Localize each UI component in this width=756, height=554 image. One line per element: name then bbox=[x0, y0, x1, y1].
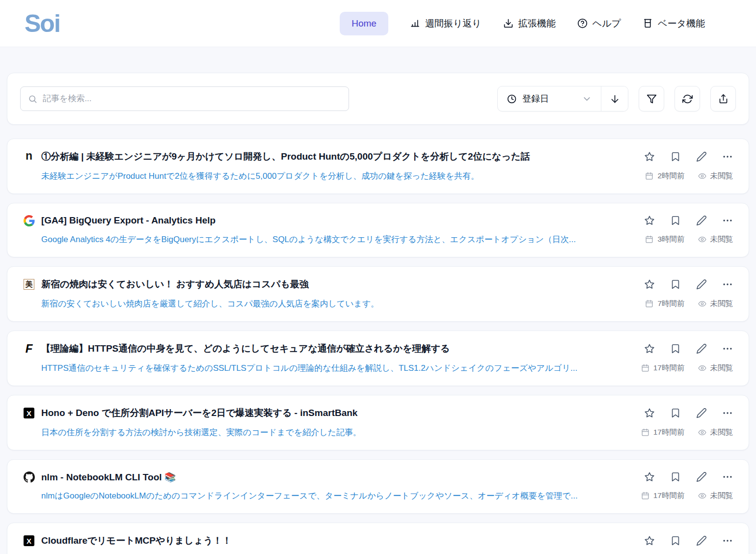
search-input[interactable] bbox=[43, 94, 341, 104]
article-title[interactable]: ①分析編 | 未経験エンジニアが9ヶ月かけてソロ開発し、Product Hunt… bbox=[41, 150, 627, 163]
bookmark-icon bbox=[670, 535, 681, 546]
bar-chart-icon bbox=[410, 18, 420, 28]
read-status-text: 未閲覧 bbox=[710, 299, 733, 309]
article-card: X Hono + Deno で住所分割APIサーバーを2日で爆速実装する - i… bbox=[7, 395, 749, 450]
favorite-button[interactable] bbox=[644, 343, 655, 354]
toolbar-panel: 登録日 bbox=[7, 73, 749, 125]
more-button[interactable] bbox=[722, 215, 733, 226]
edit-button[interactable] bbox=[696, 408, 707, 418]
calendar-icon bbox=[641, 492, 649, 500]
ellipsis-icon bbox=[722, 471, 733, 482]
eye-icon bbox=[698, 235, 706, 244]
more-button[interactable] bbox=[722, 471, 733, 482]
article-meta: 17時間前 未閲覧 bbox=[641, 363, 733, 373]
article-timestamp: 2時間前 bbox=[645, 171, 684, 181]
calendar-icon bbox=[645, 172, 653, 180]
article-list: n ①分析編 | 未経験エンジニアが9ヶ月かけてソロ開発し、Product Hu… bbox=[7, 138, 749, 554]
article-title-row: 美 新宿の焼肉は安くておいしい！ おすすめ人気店はコスパも最強 bbox=[23, 278, 733, 291]
edit-button[interactable] bbox=[696, 535, 707, 546]
article-title[interactable]: 【理論編】HTTPS通信の中身を見て、どのようにしてセキュアな通信が確立されるか… bbox=[41, 342, 627, 355]
app-logo[interactable]: Soi bbox=[25, 9, 60, 38]
edit-button[interactable] bbox=[696, 279, 707, 290]
edit-button[interactable] bbox=[696, 471, 707, 482]
bookmark-icon bbox=[670, 408, 681, 418]
favorite-button[interactable] bbox=[644, 408, 655, 418]
read-status: 未閲覧 bbox=[698, 234, 733, 245]
article-actions bbox=[633, 408, 733, 418]
star-icon bbox=[644, 279, 655, 290]
article-meta: 2時間前 未閲覧 bbox=[645, 171, 733, 181]
main-content: 登録日 bbox=[0, 47, 756, 554]
bookmark-icon bbox=[670, 151, 681, 162]
favorite-button[interactable] bbox=[644, 535, 655, 546]
app-header: Soi Home 週間振り返り 拡張機能 ヘルプ bbox=[0, 0, 756, 47]
bookmark-button[interactable] bbox=[670, 343, 681, 354]
nav-item-beta-features[interactable]: ベータ機能 bbox=[643, 17, 705, 30]
chevron-down-icon bbox=[582, 94, 592, 104]
more-button[interactable] bbox=[722, 408, 733, 418]
favorite-button[interactable] bbox=[644, 215, 655, 226]
pencil-icon bbox=[696, 408, 707, 418]
favorite-button[interactable] bbox=[644, 471, 655, 482]
bookmark-button[interactable] bbox=[670, 151, 681, 162]
nav-label: ベータ機能 bbox=[658, 17, 705, 30]
article-card: nlm - NotebookLM CLI Tool 📚 bbox=[7, 459, 749, 514]
refresh-button[interactable] bbox=[675, 86, 700, 111]
article-description: 日本の住所を分割する方法の検討から技術選定、実際のコードまでを紹介した記事。 bbox=[41, 427, 630, 438]
nav-item-weekly-review[interactable]: 週間振り返り bbox=[410, 17, 482, 30]
article-card: [GA4] BigQuery Export - Analytics Help bbox=[7, 203, 749, 257]
google-icon bbox=[24, 215, 35, 226]
pencil-icon bbox=[696, 151, 707, 162]
site-favicon: n bbox=[23, 151, 35, 163]
more-button[interactable] bbox=[722, 343, 733, 354]
article-title-row: n ①分析編 | 未経験エンジニアが9ヶ月かけてソロ開発し、Product Hu… bbox=[23, 150, 733, 163]
article-title[interactable]: CloudflareでリモートMCPやりましょう！！ bbox=[41, 534, 627, 547]
edit-button[interactable] bbox=[696, 151, 707, 162]
ellipsis-icon bbox=[722, 343, 733, 354]
edit-button[interactable] bbox=[696, 215, 707, 226]
edit-button[interactable] bbox=[696, 343, 707, 354]
nav-item-help[interactable]: ヘルプ bbox=[577, 17, 621, 30]
favorite-button[interactable] bbox=[644, 151, 655, 162]
funnel-icon bbox=[647, 94, 657, 104]
site-favicon bbox=[23, 215, 35, 226]
bookmark-button[interactable] bbox=[670, 408, 681, 418]
nav-item-extensions[interactable]: 拡張機能 bbox=[503, 17, 556, 30]
favorite-button[interactable] bbox=[644, 279, 655, 290]
article-timestamp: 17時間前 bbox=[641, 427, 685, 438]
pencil-icon bbox=[696, 279, 707, 290]
share-button[interactable] bbox=[710, 86, 736, 111]
article-meta: 7時間前 未閲覧 bbox=[645, 299, 733, 309]
site-favicon: 美 bbox=[23, 278, 35, 290]
pencil-icon bbox=[696, 535, 707, 546]
more-button[interactable] bbox=[722, 535, 733, 546]
bookmark-button[interactable] bbox=[670, 471, 681, 482]
calendar-icon bbox=[641, 364, 649, 372]
sort-select[interactable]: 登録日 bbox=[498, 86, 601, 111]
timestamp-text: 17時間前 bbox=[653, 427, 685, 438]
article-title[interactable]: Hono + Deno で住所分割APIサーバーを2日で爆速実装する - inS… bbox=[41, 407, 627, 419]
bookmark-button[interactable] bbox=[670, 215, 681, 226]
more-button[interactable] bbox=[722, 279, 733, 290]
filter-button[interactable] bbox=[639, 86, 664, 111]
article-title[interactable]: nlm - NotebookLM CLI Tool 📚 bbox=[41, 471, 627, 483]
nav-item-home[interactable]: Home bbox=[340, 12, 388, 35]
ellipsis-icon bbox=[722, 408, 733, 418]
site-favicon: F bbox=[23, 343, 35, 355]
article-card: F 【理論編】HTTPS通信の中身を見て、どのようにしてセキュアな通信が確立され… bbox=[7, 331, 749, 386]
article-actions bbox=[633, 215, 733, 226]
bookmark-button[interactable] bbox=[670, 279, 681, 290]
article-meta: 17時間前 未閲覧 bbox=[641, 491, 733, 501]
article-title[interactable]: 新宿の焼肉は安くておいしい！ おすすめ人気店はコスパも最強 bbox=[41, 278, 627, 291]
ellipsis-icon bbox=[722, 535, 733, 546]
more-button[interactable] bbox=[722, 151, 733, 162]
calendar-icon bbox=[641, 428, 649, 437]
article-actions bbox=[633, 343, 733, 354]
read-status-text: 未閲覧 bbox=[710, 363, 733, 373]
article-title-row: X CloudflareでリモートMCPやりましょう！！ bbox=[23, 534, 733, 547]
sort-direction-button[interactable] bbox=[601, 86, 628, 111]
article-title[interactable]: [GA4] BigQuery Export - Analytics Help bbox=[41, 215, 627, 226]
bookmark-button[interactable] bbox=[670, 535, 681, 546]
upload-icon bbox=[718, 94, 729, 104]
article-detail-row: HTTPS通信のセキュリティを確保するためのSSL/TLSプロトコルの理論的な仕… bbox=[23, 362, 733, 374]
